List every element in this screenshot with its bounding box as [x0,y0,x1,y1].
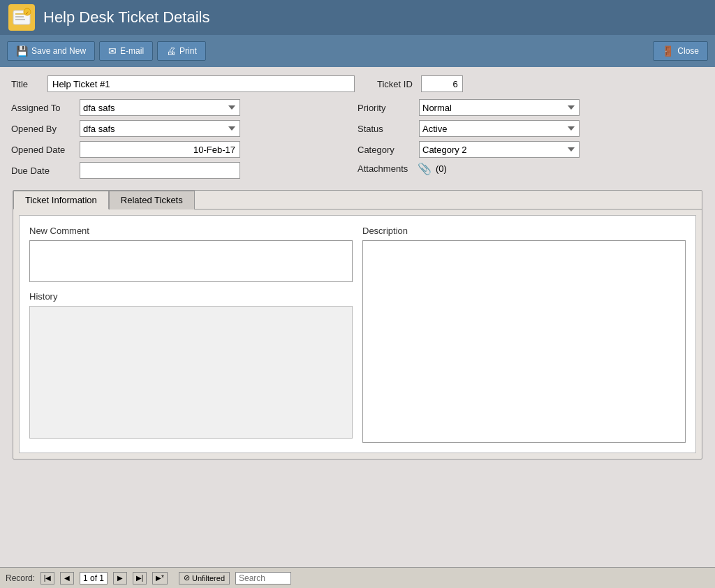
nav-first-button[interactable]: |◀ [40,572,54,585]
email-label: E-mail [120,46,144,56]
due-date-label: Due Date [11,166,74,176]
history-display [29,306,353,439]
status-label: Status [358,124,413,134]
nav-last-button[interactable]: ▶| [133,572,147,585]
nav-next-button[interactable]: ▶ [113,572,127,585]
priority-row: Priority Normal [358,99,704,116]
attachments-row: Attachments 📎 (0) [358,162,704,175]
filter-label: Unfiltered [192,574,225,582]
svg-rect-3 [15,19,25,20]
category-select[interactable]: Category 2 [419,141,580,158]
history-label: History [29,291,353,302]
email-icon: ✉ [108,45,117,57]
page-body: Title Ticket ID Assigned To dfa safs Ope… [0,67,715,588]
close-label: Close [677,46,699,56]
nav-prev-button[interactable]: ◀ [60,572,74,585]
close-button[interactable]: 🚪 Close [653,41,708,61]
status-select[interactable]: Active [419,120,580,137]
due-date-input[interactable] [80,162,240,179]
category-row: Category Category 2 [358,141,704,158]
new-comment-label: New Comment [29,226,353,236]
ticket-id-label: Ticket ID [377,79,413,89]
save-new-icon: 💾 [16,45,28,57]
search-input[interactable] [235,572,291,585]
new-comment-section: New Comment [29,226,353,284]
priority-label: Priority [358,103,413,113]
tab-section: Ticket Information Related Tickets New C… [13,190,702,460]
ticket-id-input[interactable] [421,75,463,92]
nav-new-button[interactable]: ▶* [152,572,168,585]
title-input[interactable] [47,75,355,92]
save-new-label: Save and New [31,46,86,56]
assigned-to-row: Assigned To dfa safs [11,99,358,116]
form-section: Assigned To dfa safs Opened By dfa safs … [11,99,704,179]
app-window: ✓ Help Desk Ticket Details 💾 Save and Ne… [0,0,715,588]
filter-button[interactable]: ⊘ Unfiltered [179,572,230,585]
tab-ticket-information[interactable]: Ticket Information [13,191,109,210]
attachment-icon: 📎 [418,162,432,175]
tab-content-ticket-info: New Comment History Description [19,215,696,453]
opened-by-row: Opened By dfa safs [11,120,358,137]
opened-date-input[interactable] [80,141,240,158]
page-input[interactable] [80,572,108,585]
toolbar-left: 💾 Save and New ✉ E-mail 🖨 Print [7,41,206,61]
opened-date-label: Opened Date [11,145,74,155]
print-label: Print [179,46,197,56]
tab-left-panel: New Comment History [29,226,353,443]
title-row: Title Ticket ID [11,75,704,92]
attachments-value: (0) [436,163,447,174]
attachments-label: Attachments [358,163,413,174]
form-left: Assigned To dfa safs Opened By dfa safs … [11,99,358,179]
filter-icon: ⊘ [184,573,190,582]
priority-select[interactable]: Normal [419,99,580,116]
new-comment-textarea[interactable] [29,240,353,282]
history-section: History [29,291,353,439]
app-title: Help Desk Ticket Details [43,8,209,27]
email-button[interactable]: ✉ E-mail [99,41,153,61]
tab-header: Ticket Information Related Tickets [13,191,702,210]
tab-related-tickets[interactable]: Related Tickets [109,191,195,210]
app-icon: ✓ [8,4,35,31]
status-bar: Record: |◀ ◀ ▶ ▶| ▶* ⊘ Unfiltered [0,567,715,588]
save-and-new-button[interactable]: 💾 Save and New [7,41,95,61]
status-row: Status Active [358,120,704,137]
svg-rect-2 [15,16,24,17]
tab-right-panel: Description [362,226,686,443]
print-icon: 🖨 [166,45,176,57]
toolbar-right: 🚪 Close [653,41,708,61]
assigned-to-select[interactable]: dfa safs [80,99,240,116]
opened-by-select[interactable]: dfa safs [80,120,240,137]
app-header: ✓ Help Desk Ticket Details [0,0,715,35]
description-label: Description [362,226,686,236]
svg-text:✓: ✓ [25,10,29,15]
form-right: Priority Normal Status Active Category C… [358,99,704,179]
category-label: Category [358,145,413,155]
title-label: Title [11,79,39,89]
description-textarea[interactable] [362,240,686,443]
assigned-to-label: Assigned To [11,103,74,113]
opened-date-row: Opened Date [11,141,358,158]
opened-by-label: Opened By [11,124,74,134]
record-label: Record: [6,573,35,583]
print-button[interactable]: 🖨 Print [157,41,206,61]
due-date-row: Due Date [11,162,358,179]
toolbar: 💾 Save and New ✉ E-mail 🖨 Print 🚪 Close [0,35,715,67]
close-icon: 🚪 [662,45,674,57]
